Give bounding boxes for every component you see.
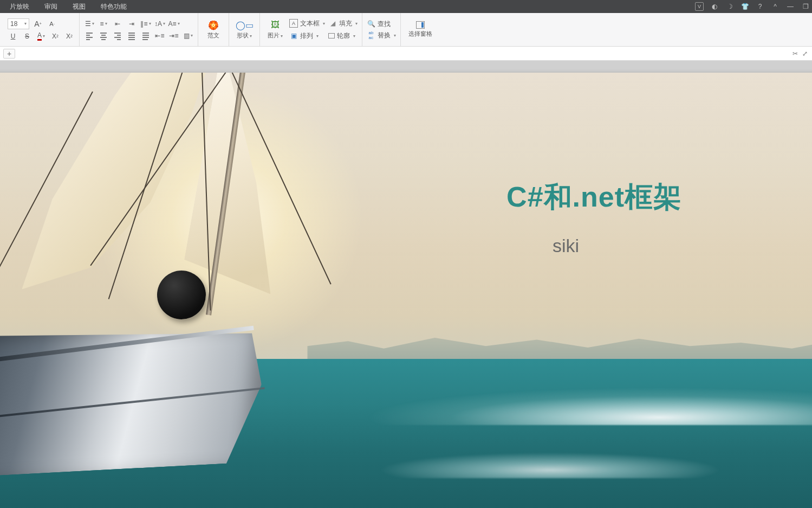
select-pane-button[interactable]: 选择窗格 — [405, 20, 436, 39]
menu-bar: 片放映 审阅 视图 特色功能 V ◐ ☽ 👕 ? ^ — ❐ — [0, 0, 812, 13]
menu-slideshow[interactable]: 片放映 — [2, 2, 37, 11]
window-controls: V ◐ ☽ 👕 ? ^ — ❐ — [695, 0, 810, 13]
expand-icon[interactable]: ⤢ — [802, 50, 808, 57]
ribbon: 18▾ A+ A- U S A▾ X2 X2 ☰▾ ≡▾ ⇤ ⇥ ‖≡▾ ↕A▾… — [0, 13, 812, 47]
find-icon: 🔍 — [367, 20, 375, 28]
help-icon[interactable]: ? — [756, 2, 764, 11]
indent-inc2-button[interactable]: ⇥≡ — [168, 31, 179, 41]
menu-view[interactable]: 视图 — [65, 2, 93, 11]
superscript-button[interactable]: X2 — [50, 31, 61, 41]
tab-strip-right: ✂ ⤢ — [792, 47, 808, 60]
canvas-area: C#和.net框架 siki — [0, 61, 812, 508]
slide-background-image — [0, 73, 812, 508]
fill-button[interactable]: ◢ 填充▾ — [328, 19, 358, 28]
textbox-button[interactable]: A 文本框▾ — [289, 19, 325, 28]
minimize-icon[interactable]: — — [786, 2, 795, 11]
strikethrough-button[interactable]: S — [22, 31, 33, 41]
columns-button[interactable]: ▥▾ — [183, 31, 193, 41]
select-pane-group: 选择窗格 — [401, 13, 440, 46]
ribbon-badge-icon: 🏵️ — [208, 20, 219, 30]
align-justify-button[interactable] — [126, 31, 137, 41]
font-size-select[interactable]: 18▾ — [8, 18, 29, 29]
font-group: 18▾ A+ A- U S A▾ X2 X2 — [3, 13, 80, 46]
shape-group: ◯▭ 形状▾ — [229, 13, 260, 46]
arrange-icon: ▣ — [289, 31, 298, 40]
subscript-button[interactable]: X2 — [64, 31, 75, 41]
select-pane-icon — [416, 21, 425, 29]
paragraph-group: ☰▾ ≡▾ ⇤ ⇥ ‖≡▾ ↕A▾ A≡▾ ⇤≡ ⇥≡ — [80, 13, 198, 46]
decrease-font-button[interactable]: A- — [47, 19, 57, 29]
indent-dec2-button[interactable]: ⇤≡ — [154, 31, 165, 41]
slide-title[interactable]: C#和.net框架 — [506, 178, 682, 216]
sync-icon[interactable]: ◐ — [710, 2, 719, 11]
align-left-button[interactable] — [84, 31, 95, 41]
outline-button[interactable]: 轮廓▾ — [328, 31, 358, 41]
underline-button[interactable]: U — [8, 31, 18, 41]
text-direction-button[interactable]: ↕A▾ — [154, 19, 165, 29]
picture-icon: 🖼 — [270, 20, 281, 30]
line-spacing-button[interactable]: ‖≡▾ — [140, 19, 151, 29]
picture-button[interactable]: 🖼 图片▾ — [264, 13, 286, 46]
new-tab-button[interactable]: + — [3, 49, 15, 59]
menu-features[interactable]: 特色功能 — [93, 2, 134, 11]
moon-icon[interactable]: ☽ — [725, 2, 734, 11]
increase-font-button[interactable]: A+ — [33, 19, 43, 29]
replace-button[interactable]: abac 替换▾ — [367, 31, 396, 40]
font-color-button[interactable]: A▾ — [36, 31, 47, 41]
bullets-button[interactable]: ☰▾ — [84, 19, 95, 29]
slide[interactable]: C#和.net框架 siki — [0, 73, 812, 508]
decrease-indent-button[interactable]: ⇤ — [112, 19, 123, 29]
align-center-button[interactable] — [98, 31, 109, 41]
outline-icon — [328, 33, 335, 38]
slide-subtitle[interactable]: siki — [553, 235, 579, 256]
editing-group: 🔍 查找 abac 替换▾ — [362, 13, 401, 46]
shapes-icon: ◯▭ — [239, 20, 250, 30]
tools-icon[interactable]: ✂ — [792, 50, 798, 57]
align-distributed-button[interactable] — [140, 31, 151, 41]
fill-icon: ◢ — [328, 19, 337, 28]
maximize-icon[interactable]: ❐ — [801, 2, 810, 11]
align-text-button[interactable]: A≡▾ — [168, 19, 179, 29]
insert-group: 🖼 图片▾ A 文本框▾ ▣ 排列▾ ◢ 填充▾ 轮廓▾ — [260, 13, 362, 46]
textbox-icon: A — [289, 19, 298, 28]
tab-strip: + ✂ ⤢ — [0, 47, 812, 61]
find-button[interactable]: 🔍 查找 — [367, 20, 396, 29]
arrange-button[interactable]: ▣ 排列▾ — [289, 31, 325, 41]
menu-review[interactable]: 审阅 — [37, 2, 65, 11]
sample-button[interactable]: 🏵️ 范文 — [203, 18, 224, 41]
replace-icon: abac — [367, 31, 375, 40]
increase-indent-button[interactable]: ⇥ — [126, 19, 137, 29]
numbering-button[interactable]: ≡▾ — [98, 19, 109, 29]
align-right-button[interactable] — [112, 31, 123, 41]
sample-group: 🏵️ 范文 — [198, 13, 229, 46]
vip-icon[interactable]: V — [695, 2, 704, 11]
shirt-icon[interactable]: 👕 — [740, 2, 749, 11]
shape-button[interactable]: ◯▭ 形状▾ — [233, 18, 255, 41]
collapse-ribbon-icon[interactable]: ^ — [771, 2, 779, 11]
